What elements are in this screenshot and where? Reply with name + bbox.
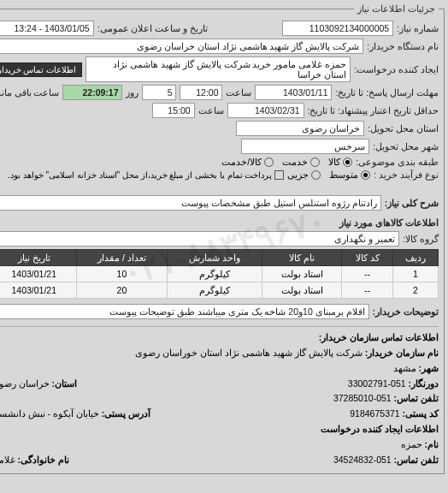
treasury-checkbox[interactable]: پرداخت تمام یا بخشی از مبلغ خرید،از محل … (8, 170, 284, 180)
remaining-field: 22:09:17 (62, 85, 122, 100)
creator-field: حمزه غلامی مامور خرید شرکت پالایش گاز شه… (85, 56, 351, 82)
creator-phone-label: تلفن تماس: (394, 454, 439, 465)
deadline-date-field: 1403/01/11 (255, 85, 332, 100)
items-section-header: اطلاعات کالاهای مورد نیاز (0, 217, 439, 229)
radio-icon (264, 157, 274, 167)
table-cell: 10 (76, 266, 167, 282)
radio-small[interactable]: جزیی (287, 169, 321, 180)
contact-postal-label: کد پستی: (403, 408, 439, 419)
group-field: تعمیر و نگهداری (0, 231, 399, 246)
contact-fax: 051-33002791 (348, 378, 406, 389)
req-creator-header: اطلاعات ایجاد کننده درخواست (321, 424, 439, 434)
radio-mid[interactable]: متوسط (329, 169, 370, 180)
checkbox-icon (274, 170, 284, 180)
contact-org-label: نام سازمان خریدار: (365, 347, 439, 358)
table-header-cell: ردیف (392, 250, 438, 266)
table-header-cell: واحد شمارش (167, 250, 262, 266)
table-cell: 1 (392, 266, 438, 282)
contact-postal: 9184675371 (350, 408, 399, 419)
contact-address: خیابان آبکوه - نبش دانشسرا (0, 408, 99, 419)
radio-icon (311, 170, 321, 180)
table-row: 2--استاد بولتکیلوگرم201403/01/21 (0, 282, 439, 299)
remaining-label: ساعت باقی مانده (0, 87, 59, 98)
table-row: 1--استاد بولتکیلوگرم101403/01/21 (0, 266, 439, 282)
details-fieldset: جزئیات اطلاعات نیاز شماره نیاز: 11030921… (0, 3, 445, 474)
days-field: 5 (142, 85, 176, 100)
process-radio-group: متوسط جزیی (287, 169, 370, 180)
validity-label: حداقل تاریخ اعتبار پیشنهاد: تا تاریخ: (308, 105, 439, 116)
radio-icon (361, 170, 370, 180)
contact-info-button[interactable]: اطلاعات تماس خریدار (0, 62, 82, 77)
desc-label: شرح کلی نیاز: (385, 198, 439, 208)
table-cell: 1403/01/21 (0, 266, 76, 282)
contact-city-label: شهر: (419, 363, 439, 373)
contact-header: اطلاعات تماس سازمان خریدار: (319, 332, 439, 342)
contact-province-label: استان: (51, 378, 77, 389)
deadline-label: مهلت ارسال پاسخ: تا تاریخ: (335, 87, 439, 98)
radio-service[interactable]: خدمت (282, 157, 320, 167)
radio-icon (310, 157, 320, 167)
radio-goods[interactable]: کالا (328, 157, 352, 167)
req-no-label: شماره نیاز: (397, 23, 439, 33)
category-radio-group: کالا خدمت کالا/خدمت (221, 157, 352, 167)
table-body: 1--استاد بولتکیلوگرم101403/01/212--استاد… (0, 266, 439, 299)
table-cell: استاد بولت (262, 282, 341, 299)
validity-time-label: ساعت (198, 105, 224, 116)
contact-fax-label: دورنگار: (409, 378, 439, 389)
validity-time-field: 15:00 (152, 103, 195, 118)
buyer-notes-label: توضیحات خریدار: (373, 306, 439, 317)
items-table: ردیفکد کالانام کالاواحد شمارشتعداد / مقد… (0, 249, 439, 299)
radio-goods-service[interactable]: کالا/خدمت (221, 157, 274, 167)
contact-phone-label: تلفن تماس: (394, 393, 439, 403)
table-cell: 1403/01/21 (0, 282, 76, 299)
table-header-cell: تاریخ نیاز (0, 250, 76, 266)
creator-phone: 051-34524832 (333, 454, 392, 465)
needed-state-label: استان محل تحویل: (368, 123, 439, 134)
last-name: غلامی (0, 454, 15, 465)
contact-city: مشهد (393, 363, 416, 373)
needed-city-field: سرخس (241, 139, 369, 154)
first-name: حمزه (401, 439, 422, 449)
table-cell: کیلوگرم (167, 282, 262, 299)
ann-date-label: تاریخ و ساعت اعلان عمومی: (97, 23, 209, 33)
fieldset-legend: جزئیات اطلاعات نیاز (354, 3, 439, 15)
contact-org: شرکت پالایش گاز شهید هاشمی نژاد استان خو… (135, 347, 362, 358)
table-cell: استاد بولت (262, 266, 341, 282)
needed-city-label: شهر محل تحویل: (373, 141, 439, 151)
table-cell: 2 (392, 282, 438, 299)
category-label: طبقه بندی موضوعی: (356, 157, 439, 167)
creator-label: ایجاد کننده درخواست: (354, 64, 439, 74)
needed-state-field: خراسان رضوی (236, 121, 364, 136)
days-label: روز (126, 87, 139, 98)
buyer-org-label: نام دستگاه خریدار: (367, 41, 439, 51)
contact-section: اطلاعات تماس سازمان خریدار: نام سازمان خ… (0, 326, 439, 468)
desc-field: رادتنام رژوه استنلس استیل طبق مشخصات پیو… (0, 195, 381, 211)
table-header-row: ردیفکد کالانام کالاواحد شمارشتعداد / مقد… (0, 250, 439, 266)
contact-address-label: آدرس پستی: (102, 408, 150, 419)
contact-province: خراسان رضوی (0, 378, 50, 389)
ann-date-field: 1403/01/05 - 13:24 (0, 21, 94, 36)
last-name-label: نام خانوادگی: (18, 454, 69, 465)
group-label: گروه کالا: (403, 234, 439, 244)
table-cell: -- (342, 282, 393, 299)
table-cell: کیلوگرم (167, 266, 262, 282)
table-header-cell: کد کالا (342, 250, 393, 266)
buyer-notes-field: اقلام برمبنای 10و20 شاخه یک متری میباشند… (0, 304, 369, 319)
deadline-time-field: 12:00 (180, 85, 222, 100)
deadline-time-label: ساعت (226, 87, 251, 98)
table-header-cell: نام کالا (262, 250, 341, 266)
radio-icon (343, 157, 352, 167)
req-no-field: 1103092134000005 (282, 21, 393, 36)
table-cell: -- (342, 266, 393, 282)
process-label: نوع فرآیند خرید : (374, 169, 439, 180)
buyer-org-field: شرکت پالایش گاز شهید هاشمی نژاد استان خر… (0, 39, 363, 54)
contact-phone: 051-37285010 (333, 393, 392, 403)
table-cell: 20 (76, 282, 167, 299)
validity-date-field: 1403/02/31 (227, 103, 304, 118)
table-header-cell: تعداد / مقدار (76, 250, 167, 266)
first-name-label: نام: (425, 439, 439, 449)
